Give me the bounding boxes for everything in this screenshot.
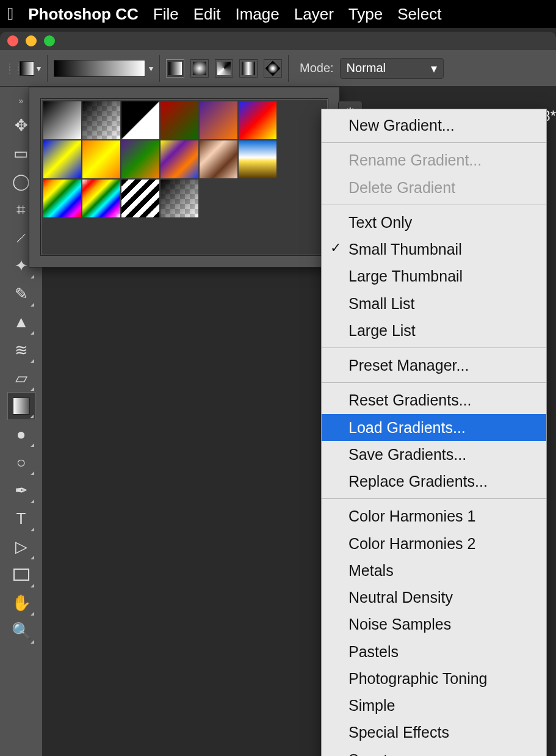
blend-mode-select[interactable]: Normal ▾ bbox=[340, 58, 444, 79]
gradient-preset-swatch[interactable] bbox=[161, 140, 198, 178]
gradient-preset-swatch[interactable] bbox=[43, 101, 81, 139]
menu-item[interactable]: Large List bbox=[322, 317, 546, 344]
menu-item-label: Noise Samples bbox=[348, 616, 451, 633]
gradient-preset-swatch[interactable] bbox=[82, 140, 120, 178]
menu-item[interactable]: ✓Small Thumbnail bbox=[322, 236, 546, 263]
menu-separator bbox=[322, 205, 546, 205]
gradient-preset-swatch[interactable] bbox=[239, 140, 276, 178]
menu-item[interactable]: New Gradient... bbox=[322, 112, 546, 139]
menu-item-label: Preset Manager... bbox=[348, 357, 469, 374]
menu-image[interactable]: Image bbox=[235, 5, 279, 24]
menu-item-label: Special Effects bbox=[348, 724, 449, 741]
menu-item[interactable]: Replace Gradients... bbox=[322, 468, 546, 495]
menu-type[interactable]: Type bbox=[348, 5, 383, 24]
tool-submenu-indicator-icon bbox=[31, 275, 34, 278]
menu-edit[interactable]: Edit bbox=[193, 5, 221, 24]
gradient-type-reflected-button[interactable] bbox=[239, 59, 258, 78]
blend-mode-value: Normal bbox=[347, 61, 386, 75]
eraser-tool[interactable]: ▱ bbox=[7, 364, 35, 392]
menu-item[interactable]: Neutral Density bbox=[322, 584, 546, 611]
menu-item[interactable]: Reset Gradients... bbox=[322, 387, 546, 413]
menu-item-label: Small List bbox=[348, 295, 414, 312]
tool-preset-gradient-preview bbox=[20, 61, 34, 76]
menu-item[interactable]: Load Gradients... bbox=[322, 414, 546, 441]
gradient-preset-swatch[interactable] bbox=[161, 180, 198, 217]
zoom-tool[interactable]: 🔍 bbox=[7, 617, 35, 645]
chevron-down-icon: ▾ bbox=[431, 61, 437, 76]
type-tool[interactable]: T bbox=[7, 504, 35, 532]
pen-tool[interactable]: ✒ bbox=[7, 476, 35, 504]
separator bbox=[288, 55, 289, 82]
tools-expand-icon[interactable]: » bbox=[19, 93, 24, 109]
path-selection-tool[interactable]: ▷ bbox=[7, 532, 35, 561]
menu-file[interactable]: File bbox=[153, 5, 179, 24]
menu-separator bbox=[322, 142, 546, 143]
menu-item-label: Color Harmonies 2 bbox=[348, 535, 475, 552]
gradient-tool[interactable] bbox=[7, 392, 35, 420]
gradient-preset-swatch[interactable] bbox=[200, 140, 237, 178]
menu-item[interactable]: Simple bbox=[322, 692, 546, 719]
hand-tool[interactable]: ✋ bbox=[7, 589, 35, 617]
menu-select[interactable]: Select bbox=[397, 5, 441, 24]
history-brush-tool[interactable]: ≋ bbox=[7, 336, 35, 364]
rectangle-tool[interactable] bbox=[7, 561, 35, 589]
tool-submenu-indicator-icon bbox=[31, 331, 34, 335]
tool-preset-picker-chevron-icon[interactable]: ▾ bbox=[37, 64, 41, 73]
gradient-editor-preview[interactable] bbox=[54, 60, 145, 77]
menu-item[interactable]: Photographic Toning bbox=[322, 665, 546, 692]
gradient-preset-swatch[interactable] bbox=[82, 101, 120, 139]
menu-item[interactable]: Color Harmonies 2 bbox=[322, 530, 546, 557]
gradient-preset-swatch[interactable] bbox=[121, 140, 159, 178]
menu-item[interactable]: Spectrums bbox=[322, 746, 546, 757]
separator bbox=[47, 55, 48, 82]
menu-separator bbox=[322, 498, 546, 499]
gradient-preset-swatch[interactable] bbox=[121, 101, 159, 139]
menu-item[interactable]: Preset Manager... bbox=[322, 352, 546, 379]
tool-submenu-indicator-icon bbox=[31, 443, 34, 447]
rectangle-icon bbox=[13, 569, 29, 581]
menu-layer[interactable]: Layer bbox=[294, 5, 334, 24]
gradient-preset-swatch[interactable] bbox=[121, 180, 159, 217]
apple-logo-icon[interactable]:  bbox=[7, 4, 13, 24]
gradient-type-radial-button[interactable] bbox=[190, 59, 209, 78]
gradient-type-angle-button[interactable] bbox=[215, 59, 233, 78]
menu-item: Rename Gradient... bbox=[322, 147, 546, 173]
clone-stamp-tool[interactable]: ▲ bbox=[7, 308, 35, 336]
gradient-preset-swatch[interactable] bbox=[239, 101, 276, 139]
grip-icon: ⋮⋮⋮⋮ bbox=[6, 65, 13, 72]
menu-item[interactable]: Metals bbox=[322, 557, 546, 584]
brush-tool[interactable]: ✎ bbox=[7, 280, 35, 308]
menu-item-label: Rename Gradient... bbox=[348, 151, 482, 169]
menu-item[interactable]: Noise Samples bbox=[322, 611, 546, 638]
tool-submenu-indicator-icon bbox=[30, 415, 34, 418]
menu-item[interactable]: Color Harmonies 1 bbox=[322, 503, 546, 529]
gradient-preset-swatch[interactable] bbox=[200, 101, 237, 139]
menu-item[interactable]: Pastels bbox=[322, 638, 546, 665]
window-minimize-button[interactable] bbox=[26, 35, 37, 46]
gradient-picker-chevron-icon[interactable]: ▾ bbox=[149, 64, 153, 73]
gradient-type-linear-button[interactable] bbox=[166, 59, 184, 78]
menu-item[interactable]: Text Only bbox=[322, 209, 546, 236]
menu-item[interactable]: Small List bbox=[322, 290, 546, 317]
gradient-preset-swatch[interactable] bbox=[82, 180, 120, 217]
separator bbox=[159, 55, 160, 82]
gradient-type-diamond-button[interactable] bbox=[264, 59, 282, 78]
options-bar: ⋮⋮⋮⋮ ▾ ▾ Mode: Normal ▾ bbox=[0, 50, 556, 87]
gradient-preset-swatch[interactable] bbox=[43, 180, 81, 217]
gradient-preset-swatch[interactable] bbox=[161, 101, 198, 139]
window-titlebar bbox=[0, 32, 556, 50]
menu-item-label: Spectrums bbox=[348, 751, 421, 757]
blur-tool[interactable]: ● bbox=[7, 420, 35, 448]
menu-item[interactable]: Special Effects bbox=[322, 719, 546, 746]
gradient-preset-swatch[interactable] bbox=[43, 140, 81, 178]
menu-item[interactable]: Large Thumbnail bbox=[322, 263, 546, 289]
menu-item[interactable]: Save Gradients... bbox=[322, 441, 546, 468]
menu-item-label: Save Gradients... bbox=[348, 446, 466, 463]
dodge-tool[interactable]: ○ bbox=[7, 448, 35, 476]
gradient-type-group bbox=[166, 59, 282, 78]
menu-item-label: New Gradient... bbox=[348, 117, 455, 134]
window-zoom-button[interactable] bbox=[44, 35, 55, 46]
app-name[interactable]: Photoshop CC bbox=[28, 5, 139, 24]
window-close-button[interactable] bbox=[7, 35, 18, 46]
tool-submenu-indicator-icon bbox=[31, 359, 34, 363]
